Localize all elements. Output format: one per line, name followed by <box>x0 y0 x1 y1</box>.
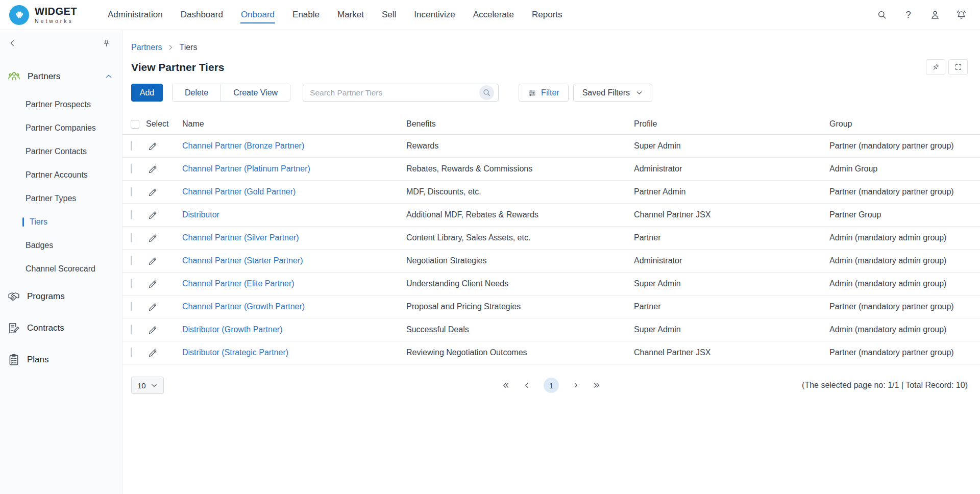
first-page-icon[interactable] <box>502 381 510 389</box>
row-edit-pencil-icon[interactable] <box>148 279 158 289</box>
row-edit-pencil-icon[interactable] <box>148 187 158 197</box>
row-edit-pencil-icon[interactable] <box>148 141 158 151</box>
topnav-item-enable[interactable]: Enable <box>292 7 320 23</box>
topnav-item-reports[interactable]: Reports <box>531 7 563 23</box>
row-select-checkbox[interactable] <box>131 141 132 151</box>
row-select-checkbox[interactable] <box>131 279 132 288</box>
user-icon[interactable] <box>929 10 940 20</box>
row-edit-pencil-icon[interactable] <box>148 325 158 335</box>
expand-icon[interactable] <box>948 59 968 75</box>
search-icon[interactable] <box>479 85 494 100</box>
topnav-item-dashboard[interactable]: Dashboard <box>180 7 224 23</box>
topnav-item-onboard[interactable]: Onboard <box>240 7 275 23</box>
sidebar-items: Partner ProspectsPartner CompaniesPartne… <box>0 93 122 281</box>
notifications-icon[interactable] <box>956 10 967 20</box>
row-select-checkbox[interactable] <box>131 256 132 265</box>
row-group: Admin (mandatory admin group) <box>829 279 980 288</box>
sidebar-item-partner-types[interactable]: Partner Types <box>0 187 122 210</box>
sidebar-group-label: Programs <box>27 291 65 302</box>
row-name-link[interactable]: Distributor (Strategic Partner) <box>182 348 288 357</box>
row-group: Partner (mandatory partner group) <box>829 302 980 311</box>
prev-page-icon[interactable] <box>523 381 531 389</box>
row-select-checkbox[interactable] <box>131 164 132 174</box>
pin-icon[interactable] <box>102 39 111 47</box>
row-edit-pencil-icon[interactable] <box>148 256 158 266</box>
row-select-checkbox[interactable] <box>131 325 132 334</box>
row-edit-pencil-icon[interactable] <box>148 348 158 358</box>
row-select-checkbox[interactable] <box>131 210 132 219</box>
row-name-link[interactable]: Channel Partner (Bronze Partner) <box>182 141 304 150</box>
sidebar-group-label: Partners <box>28 71 60 82</box>
topnav-item-administration[interactable]: Administration <box>107 7 163 23</box>
current-page[interactable]: 1 <box>544 378 559 393</box>
search-icon[interactable] <box>876 10 887 20</box>
row-benefits: Negotiation Strategies <box>406 256 634 265</box>
row-name-link[interactable]: Channel Partner (Starter Partner) <box>182 256 303 265</box>
table-row: Channel Partner (Silver Partner) Content… <box>122 227 980 250</box>
last-page-icon[interactable] <box>593 381 601 389</box>
topnav-item-incentivize[interactable]: Incentivize <box>413 7 455 23</box>
row-profile: Super Admin <box>634 141 829 151</box>
back-icon[interactable] <box>8 39 17 47</box>
topbar: WIDGET Networks AdministrationDashboardO… <box>0 0 980 30</box>
row-profile: Channel Partner JSX <box>634 348 829 357</box>
sidebar-item-badges[interactable]: Badges <box>0 234 122 257</box>
sidebar-item-partner-accounts[interactable]: Partner Accounts <box>0 163 122 187</box>
brand-logo-icon <box>9 5 29 25</box>
row-edit-pencil-icon[interactable] <box>148 164 158 174</box>
sidebar-item-partner-companies[interactable]: Partner Companies <box>0 116 122 140</box>
row-benefits: Additional MDF, Rebates & Rewards <box>406 210 634 219</box>
select-all-checkbox[interactable] <box>131 120 139 129</box>
topnav-item-accelerate[interactable]: Accelerate <box>473 7 514 23</box>
header-select: Select <box>146 119 168 129</box>
row-name-link[interactable]: Channel Partner (Growth Partner) <box>182 302 305 311</box>
search-input[interactable] <box>310 88 479 97</box>
row-name-link[interactable]: Distributor <box>182 210 219 219</box>
row-edit-pencil-icon[interactable] <box>148 233 158 243</box>
row-name-link[interactable]: Channel Partner (Gold Partner) <box>182 187 296 196</box>
row-name-link[interactable]: Channel Partner (Platinum Partner) <box>182 164 310 173</box>
row-profile: Partner Admin <box>634 187 829 196</box>
filter-button[interactable]: Filter <box>519 84 569 102</box>
sidebar-group-partners[interactable]: Partners <box>0 66 122 87</box>
delete-button[interactable]: Delete <box>173 84 220 101</box>
add-button[interactable]: Add <box>131 84 163 102</box>
sidebar-item-partner-prospects[interactable]: Partner Prospects <box>0 93 122 116</box>
breadcrumb-parent-link[interactable]: Partners <box>131 43 162 52</box>
sidebar-item-channel-scorecard[interactable]: Channel Scorecard <box>0 257 122 281</box>
page-size-select[interactable]: 10 <box>131 377 164 394</box>
row-select-checkbox[interactable] <box>131 233 132 242</box>
row-edit-pencil-icon[interactable] <box>148 210 158 220</box>
row-name-link[interactable]: Distributor (Growth Partner) <box>182 325 283 334</box>
breadcrumb-current: Tiers <box>179 43 197 52</box>
row-select-checkbox[interactable] <box>131 302 132 311</box>
row-name-link[interactable]: Channel Partner (Elite Partner) <box>182 279 295 288</box>
row-benefits: Rebates, Rewards & Commissions <box>406 164 634 174</box>
row-profile: Channel Partner JSX <box>634 210 829 219</box>
page-summary: (The selected page no: 1/1 | Total Recor… <box>802 381 968 390</box>
table-row: Channel Partner (Gold Partner) MDF, Disc… <box>122 181 980 204</box>
topnav-item-market[interactable]: Market <box>337 7 364 23</box>
sidebar-item-partner-contacts[interactable]: Partner Contacts <box>0 140 122 163</box>
sidebar-group-plans[interactable]: Plans <box>0 344 122 376</box>
row-name-link[interactable]: Channel Partner (Silver Partner) <box>182 233 299 242</box>
help-icon[interactable]: ? <box>903 10 914 20</box>
partner-tiers-table: Select Name Benefits Profile Group <box>122 114 980 364</box>
sidebar-group-programs[interactable]: Programs <box>0 281 122 312</box>
create-view-button[interactable]: Create View <box>220 84 290 101</box>
topnav-item-sell[interactable]: Sell <box>381 7 397 23</box>
chevron-down-icon <box>151 382 158 389</box>
sidebar-item-tiers[interactable]: Tiers <box>0 210 122 234</box>
row-profile: Administrator <box>634 256 829 265</box>
table-row: Channel Partner (Elite Partner) Understa… <box>122 273 980 295</box>
saved-filters-button[interactable]: Saved Filters <box>573 84 652 102</box>
brand-logo: WIDGET Networks <box>9 5 99 25</box>
row-select-checkbox[interactable] <box>131 187 132 196</box>
table-row: Channel Partner (Bronze Partner) Rewards… <box>122 135 980 158</box>
sidebar-group-contracts[interactable]: Contracts <box>0 312 122 344</box>
row-edit-pencil-icon[interactable] <box>148 302 158 312</box>
next-page-icon[interactable] <box>572 381 580 389</box>
pin-view-button[interactable] <box>926 59 945 75</box>
row-benefits: Proposal and Pricing Strategies <box>406 302 634 311</box>
row-select-checkbox[interactable] <box>131 348 132 357</box>
